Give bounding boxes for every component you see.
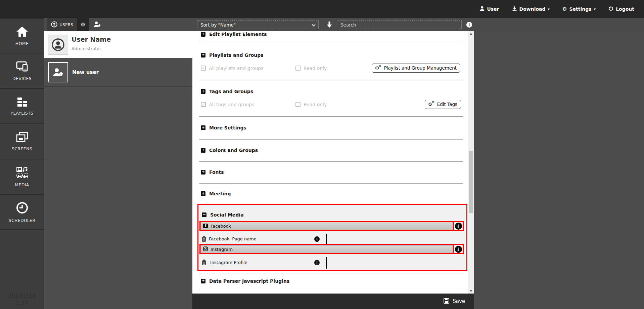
instagram-icon bbox=[203, 246, 208, 253]
add-instagram-button[interactable]: ↓ bbox=[455, 246, 462, 253]
add-user-icon bbox=[52, 68, 64, 77]
expand-icon[interactable]: + bbox=[201, 89, 205, 94]
tags-options-row: ✓ All tags and groups Read only ⚙⚙ Edit … bbox=[192, 101, 468, 111]
download-menu-label: Download bbox=[519, 6, 546, 12]
section-colors-and-groups[interactable]: + Colors and Groups bbox=[201, 147, 258, 153]
sidebar-item-media[interactable]: MEDIA bbox=[0, 159, 44, 195]
section-fonts[interactable]: + Fonts bbox=[201, 169, 224, 175]
top-menubar: User Download ▾ ⚙ Settings ▾ Logout bbox=[0, 0, 644, 18]
info-icon[interactable]: i bbox=[314, 236, 320, 242]
info-icon[interactable]: i bbox=[466, 22, 472, 28]
tab-add-user[interactable] bbox=[91, 18, 104, 31]
devices-icon bbox=[15, 61, 29, 74]
facebook-bar-annotation-box: f Facebook bbox=[199, 221, 454, 231]
expand-icon[interactable]: + bbox=[201, 148, 205, 153]
playlists-options-row: ✓ All playlists and groups Read only ⚙⚙ … bbox=[192, 64, 468, 74]
expand-icon[interactable]: + bbox=[201, 191, 205, 196]
checkbox-read-only bbox=[295, 66, 301, 71]
sidebar-item-label: HOME bbox=[15, 41, 29, 46]
content-scrollbar[interactable]: ▲ ▼ bbox=[468, 31, 474, 294]
divider bbox=[199, 290, 463, 290]
playlist-management-button[interactable]: ⚙⚙ Playlist and Group Management bbox=[372, 64, 460, 73]
facebook-icon: f bbox=[203, 224, 208, 228]
add-user-icon bbox=[94, 21, 101, 29]
gear-icon: ⚙ bbox=[562, 7, 567, 12]
sort-select[interactable]: Sort by "Name" bbox=[197, 21, 318, 29]
sidebar-item-scheduler[interactable]: SCHEDULER bbox=[0, 195, 44, 230]
section-edit-playlist-elements[interactable]: + Edit Playlist Elements bbox=[201, 31, 267, 37]
instagram-profile-input[interactable] bbox=[326, 257, 393, 269]
save-label: Save bbox=[453, 298, 465, 304]
user-menu[interactable]: User bbox=[473, 0, 505, 18]
facebook-field-row: Facebook Page name i bbox=[198, 233, 464, 245]
section-toolbar: USERS ⚙ Sort by "Name" i bbox=[44, 18, 644, 31]
add-facebook-button[interactable]: ↓ bbox=[455, 223, 462, 230]
scroll-down-arrow[interactable]: ▼ bbox=[468, 289, 474, 294]
tab-users[interactable]: USERS bbox=[47, 18, 77, 31]
avatar bbox=[48, 35, 68, 55]
sidebar-item-screens[interactable]: SCREENS bbox=[0, 124, 44, 159]
expand-icon[interactable]: + bbox=[201, 53, 205, 57]
section-tags-and-groups[interactable]: + Tags and Groups bbox=[201, 88, 253, 94]
checkbox-read-only bbox=[295, 102, 301, 107]
sort-direction-button[interactable] bbox=[325, 21, 333, 29]
settings-menu-label: Settings bbox=[569, 6, 592, 12]
user-role: Administrator bbox=[72, 46, 101, 51]
sidebar-item-playlists[interactable]: PLAYLISTS bbox=[0, 89, 44, 124]
delete-facebook-button[interactable] bbox=[201, 236, 207, 242]
user-name: User Name bbox=[72, 36, 111, 43]
arrow-down-icon bbox=[326, 21, 333, 29]
edit-tags-button[interactable]: ⚙⚙ Edit Tags bbox=[425, 100, 461, 109]
person-icon bbox=[480, 6, 485, 12]
version-date: 20230116 bbox=[0, 292, 44, 299]
home-icon bbox=[15, 26, 29, 39]
instagram-element-bar[interactable]: Instagram bbox=[200, 245, 453, 253]
divider bbox=[199, 116, 463, 117]
scrollbar-thumb[interactable] bbox=[469, 151, 473, 213]
main-sidebar: HOME DEVICES PLAYLISTS SCREENS MEDIA SCH… bbox=[0, 18, 44, 309]
info-icon[interactable]: i bbox=[314, 260, 320, 265]
instagram-add-annotation-box: ↓ bbox=[453, 244, 464, 254]
scroll-up-arrow[interactable]: ▲ bbox=[468, 31, 474, 36]
screens-icon bbox=[16, 132, 29, 144]
section-more-settings[interactable]: + More Settings bbox=[201, 125, 246, 130]
tab-users-label: USERS bbox=[60, 23, 74, 27]
social-media-annotation-box: − Social Media f Facebook ↓ Facebook Pag… bbox=[197, 204, 467, 271]
save-button[interactable]: Save bbox=[443, 298, 465, 305]
sidebar-item-devices[interactable]: DEVICES bbox=[0, 53, 44, 89]
new-user-button[interactable]: New user bbox=[44, 59, 192, 87]
logout-button[interactable]: Logout bbox=[602, 0, 641, 18]
expand-icon[interactable]: + bbox=[201, 279, 205, 283]
search-input[interactable] bbox=[337, 20, 462, 29]
app-window: User Download ▾ ⚙ Settings ▾ Logout HOME… bbox=[0, 0, 644, 309]
expand-icon[interactable]: + bbox=[201, 170, 205, 175]
permissions-panel: + Edit Playlist Elements + Playlists and… bbox=[192, 31, 468, 294]
section-data-parser[interactable]: + Data Parser Javascript Plugins bbox=[201, 278, 289, 284]
settings-menu[interactable]: ⚙ Settings ▾ bbox=[556, 0, 602, 18]
logout-label: Logout bbox=[616, 6, 634, 12]
section-meeting[interactable]: + Meeting bbox=[201, 191, 231, 196]
collapse-icon[interactable]: − bbox=[202, 213, 206, 217]
add-user-box bbox=[48, 62, 68, 82]
facebook-page-name-input[interactable] bbox=[326, 234, 393, 245]
sort-select-wrap: Sort by "Name" bbox=[197, 20, 319, 29]
tab-user-settings[interactable]: ⚙ bbox=[77, 18, 89, 31]
sidebar-item-home[interactable]: HOME bbox=[0, 18, 44, 53]
scheduler-icon bbox=[16, 201, 29, 216]
checkbox-all-playlists: ✓ bbox=[201, 66, 206, 71]
selected-user-card[interactable]: User Name Administrator bbox=[44, 31, 192, 58]
facebook-add-annotation-box: ↓ bbox=[453, 221, 464, 231]
delete-instagram-button[interactable] bbox=[201, 260, 207, 266]
download-icon bbox=[512, 6, 517, 12]
expand-icon[interactable]: + bbox=[201, 125, 205, 130]
cogs-icon: ⚙⚙ bbox=[375, 65, 382, 71]
facebook-element-bar[interactable]: f Facebook bbox=[200, 222, 453, 230]
sidebar-item-label: SCREENS bbox=[12, 146, 32, 151]
expand-icon[interactable]: + bbox=[201, 32, 205, 37]
section-playlists-and-groups[interactable]: + Playlists and Groups bbox=[201, 52, 264, 58]
sidebar-item-label: MEDIA bbox=[15, 182, 29, 187]
media-icon bbox=[15, 166, 29, 180]
download-menu[interactable]: Download ▾ bbox=[506, 0, 556, 18]
divider bbox=[199, 80, 463, 80]
section-social-media[interactable]: − Social Media bbox=[202, 212, 244, 218]
